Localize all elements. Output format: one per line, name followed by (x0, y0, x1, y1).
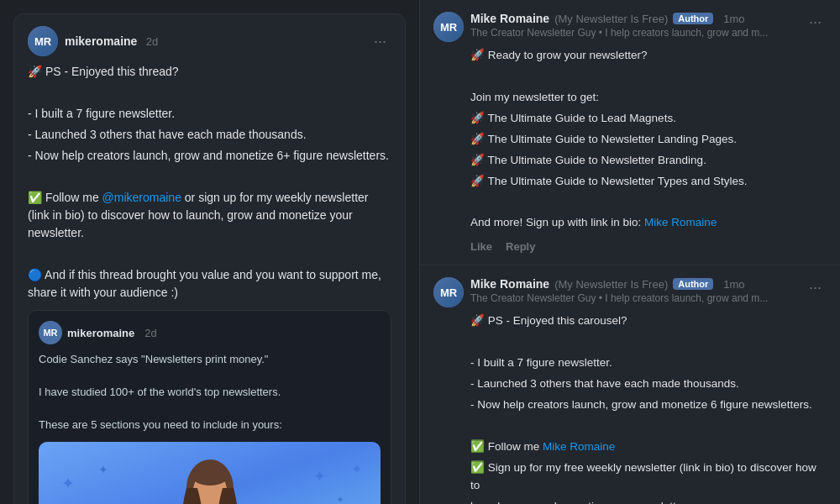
right-card-2-more-button[interactable]: ··· (804, 277, 827, 298)
right-card-1-newsletter: (My Newsletter Is Free) (554, 13, 668, 25)
quote-card: MR mikeromaine 2d Codie Sanchez says "Ne… (28, 310, 391, 504)
rc2-line-8: ✅ Sign up for my free weekly newsletter … (470, 459, 827, 495)
post-timestamp: 2d (146, 35, 158, 48)
quote-line-2 (39, 368, 381, 385)
post-header: MR mikeromaine 2d ··· (28, 26, 391, 56)
right-panel: MR Mike Romaine (My Newsletter Is Free) … (420, 0, 840, 504)
right-card-2-username[interactable]: Mike Romaine (470, 277, 549, 291)
right-card-2-body: 🚀 PS - Enjoyed this carousel? - I built … (470, 312, 827, 504)
rc1-line-6: 🚀 The Ultimate Guide to Newsletter Brand… (470, 152, 827, 170)
rc1-mention[interactable]: Mike Romaine (644, 216, 717, 228)
rc1-line-9: And more! Sign up with link in bio: Mike… (470, 214, 827, 232)
right-card-1-header-left: MR Mike Romaine (My Newsletter Is Free) … (433, 12, 768, 42)
right-card-1-subtext: The Creator Newsletter Guy • I help crea… (470, 27, 768, 39)
post-line-4: - Launched 3 others that have each made … (28, 126, 391, 144)
rc1-line-8 (470, 193, 827, 211)
rc1-line-2 (470, 68, 827, 86)
right-card-1-meta: Mike Romaine (My Newsletter Is Free) Aut… (470, 12, 768, 39)
right-card-1-actions: Like Reply (470, 240, 827, 253)
right-card-2-avatar: MR (433, 277, 464, 307)
quote-username[interactable]: mikeromaine (67, 327, 134, 339)
right-card-1-username[interactable]: Mike Romaine (470, 12, 549, 25)
quote-line-5: These are 5 sections you need to include… (39, 417, 381, 433)
rc2-line-7: ✅ Follow me Mike Romaine (470, 438, 827, 456)
rc2-line-3: - I built a 7 figure newsletter. (470, 354, 827, 372)
right-card-1-avatar: MR (433, 12, 464, 42)
rc1-line-5: 🚀 The Ultimate Guide to Newsletter Landi… (470, 131, 827, 149)
post-line-7: ✅ Follow me @mikeromaine or sign up for … (28, 189, 391, 242)
post-line-1: 🚀 PS - Enjoyed this thread? (28, 63, 391, 81)
right-card-2-newsletter: (My Newsletter Is Free) (554, 278, 668, 291)
post-line-8 (28, 245, 391, 263)
post-line-9: 🔵 And if this thread brought you value a… (28, 266, 391, 302)
rc2-line-9: launch, grow and monetize your newslette… (470, 498, 827, 504)
post-line-2 (28, 84, 391, 102)
right-card-2-author-badge: Author (673, 278, 713, 290)
quote-line-3: I have studied 100+ of the world's top n… (39, 384, 381, 401)
quote-line-4 (39, 401, 381, 417)
post-body: 🚀 PS - Enjoyed this thread? - I built a … (28, 63, 391, 302)
like-button-1[interactable]: Like (470, 240, 492, 253)
mention-mikeromaine[interactable]: @mikeromaine (102, 191, 181, 204)
quote-body: Codie Sanchez says "Newsletters print mo… (39, 351, 381, 433)
more-options-button[interactable]: ··· (369, 31, 391, 52)
right-card-1-body: 🚀 Ready to grow your newsletter? Join my… (470, 47, 827, 232)
woman-figure (160, 459, 260, 505)
right-card-1: MR Mike Romaine (My Newsletter Is Free) … (420, 0, 840, 265)
quote-line-1: Codie Sanchez says "Newsletters print mo… (39, 351, 381, 368)
rc2-mention-1[interactable]: Mike Romaine (543, 440, 615, 453)
post-username[interactable]: mikeromaine (65, 34, 137, 48)
right-card-2-header-left: MR Mike Romaine (My Newsletter Is Free) … (433, 277, 768, 307)
right-card-2-meta: Mike Romaine (My Newsletter Is Free) Aut… (470, 277, 768, 304)
rc1-line-1: 🚀 Ready to grow your newsletter? (470, 47, 827, 65)
svg-text:✦: ✦ (336, 494, 344, 504)
left-panel: MR mikeromaine 2d ··· 🚀 PS - Enjoyed thi… (0, 0, 420, 504)
rc2-line-2 (470, 333, 827, 351)
rc2-line-1: 🚀 PS - Enjoyed this carousel? (470, 312, 827, 330)
svg-text:✦: ✦ (351, 462, 362, 476)
right-card-2-timestamp: 1mo (723, 278, 744, 291)
main-post-card: MR mikeromaine 2d ··· 🚀 PS - Enjoyed thi… (13, 13, 406, 504)
right-card-1-avatar-image: MR (433, 12, 464, 42)
rc2-line-5: - Now help creators launch, grow and mon… (470, 396, 827, 414)
svg-text:✦: ✦ (98, 463, 108, 476)
post-line-5: - Now help creators launch, grow and mon… (28, 147, 391, 165)
newsletter-image: ✦ ✦ ✦ ✦ ✦ $ (39, 442, 381, 505)
right-card-2-name-row: Mike Romaine (My Newsletter Is Free) Aut… (470, 277, 768, 291)
rc2-line-4: - Launched 3 others that have each made … (470, 375, 827, 393)
right-card-2: MR Mike Romaine (My Newsletter Is Free) … (420, 265, 840, 504)
right-card-2-subtext: The Creator Newsletter Guy • I help crea… (470, 292, 768, 304)
quote-header: MR mikeromaine 2d (39, 321, 381, 344)
quote-avatar: MR (39, 321, 62, 344)
quote-timestamp: 2d (144, 327, 156, 339)
rc1-line-4: 🚀 The Ultimate Guide to Lead Magnets. (470, 110, 827, 128)
svg-text:✦: ✦ (313, 467, 326, 484)
right-card-1-author-badge: Author (673, 13, 713, 24)
post-meta: mikeromaine 2d (65, 34, 158, 49)
post-line-6 (28, 168, 391, 186)
rc1-line-3: Join my newsletter to get: (470, 89, 827, 107)
right-card-1-more-button[interactable]: ··· (804, 12, 827, 33)
avatar-image: MR (28, 26, 58, 56)
right-card-2-avatar-image: MR (433, 277, 464, 307)
right-card-2-header: MR Mike Romaine (My Newsletter Is Free) … (433, 277, 827, 307)
svg-text:✦: ✦ (61, 473, 75, 491)
right-card-1-timestamp: 1mo (723, 13, 744, 25)
avatar: MR (28, 26, 58, 56)
right-card-1-name-row: Mike Romaine (My Newsletter Is Free) Aut… (470, 12, 768, 25)
rc1-line-7: 🚀 The Ultimate Guide to Newsletter Types… (470, 173, 827, 191)
rc2-line-6 (470, 417, 827, 435)
post-header-left: MR mikeromaine 2d (28, 26, 158, 56)
svg-point-14 (192, 465, 228, 486)
right-card-1-header: MR Mike Romaine (My Newsletter Is Free) … (433, 12, 827, 42)
reply-button-1[interactable]: Reply (506, 240, 535, 253)
post-line-3: - I built a 7 figure newsletter. (28, 105, 391, 123)
